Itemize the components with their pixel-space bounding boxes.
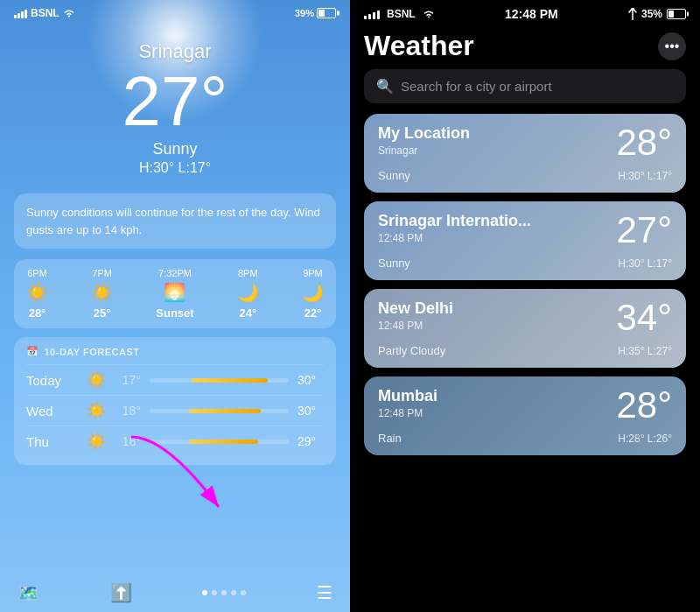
temp-bar-fill-1 — [189, 409, 262, 413]
wifi-icon-right — [423, 10, 435, 18]
right-panel: BSNL 12:48 PM 35% Weather ••• 🔍 Search — [350, 0, 700, 612]
location-info-2: New Delhi 12:48 PM — [378, 299, 453, 332]
temp-bar-1 — [150, 409, 289, 413]
location-card-bottom-2: Partly Cloudy H:35° L:27° — [378, 344, 672, 357]
temp-bar-2 — [150, 440, 289, 444]
location-card-bottom-1: Sunny H:30° L:17° — [378, 257, 672, 270]
hour-icon-2: 🌅 — [164, 282, 186, 303]
location-temp-1: 27° — [616, 212, 672, 249]
forecast-high-2: 29° — [298, 434, 324, 448]
battery-percent-left: 39% — [295, 8, 314, 18]
location-hilo-2: H:35° L:27° — [618, 345, 672, 357]
location-hilo-1: H:30° L:17° — [618, 257, 672, 270]
signal-icon-right — [364, 9, 380, 19]
forecast-icon-0: ☀️ — [83, 370, 109, 390]
hour-icon-0: ☀️ — [26, 282, 48, 303]
forecast-low-2: 18° — [115, 434, 141, 448]
location-info-0: My Location Srinagar — [378, 124, 470, 157]
battery-left: 39% — [295, 8, 336, 18]
location-condition-3: Rain — [378, 432, 402, 445]
status-bar-right: BSNL 12:48 PM 35% — [350, 0, 700, 25]
location-temp-2: 34° — [616, 299, 672, 336]
forecast-temps-1: 18° 30° — [115, 404, 324, 418]
temp-bar-0 — [150, 378, 289, 383]
location-card-bottom-3: Rain H:28° L:26° — [378, 432, 672, 445]
hourly-scroll[interactable]: 6PM ☀️ 28° 7PM ☀️ 25° 7:32PM 🌅 Sunset 8P… — [14, 259, 336, 328]
more-icon: ••• — [665, 39, 680, 54]
temp-bar-fill-2 — [189, 440, 259, 444]
condition-left: Sunny — [152, 140, 197, 158]
dot-1 — [212, 590, 217, 595]
hour-label-2: 7:32PM — [158, 268, 192, 278]
location-card-content-1: Srinagar Internatio... 12:48 PM 27° — [378, 212, 672, 249]
temperature-left: 27° — [122, 67, 228, 137]
forecast-header: 📅 10-DAY FORECAST — [26, 346, 324, 357]
city-name-left: Srinagar — [138, 40, 211, 63]
hour-item-2: 7:32PM 🌅 Sunset — [156, 268, 193, 320]
forecast-icon-2: ☀️ — [83, 432, 109, 451]
search-placeholder: Search for a city or airport — [401, 79, 552, 94]
svg-point-0 — [68, 16, 70, 18]
left-panel: BSNL 39% Srinagar 27° Sunny H:30° L:17° … — [0, 0, 350, 612]
search-bar[interactable]: 🔍 Search for a city or airport — [364, 69, 686, 103]
hour-item-0: 6PM ☀️ 28° — [26, 268, 48, 320]
hour-icon-1: ☀️ — [91, 282, 113, 303]
hi-lo-left: H:30° L:17° — [139, 160, 211, 176]
hour-label-3: 8PM — [238, 268, 258, 278]
forecast-temps-0: 17° 30° — [115, 373, 324, 387]
temp-bar-fill-0 — [192, 378, 268, 383]
hour-temp-1: 25° — [94, 306, 111, 320]
location-temp-0: 28° — [616, 124, 672, 161]
location-name-1: Srinagar Internatio... — [378, 212, 531, 230]
locations-list[interactable]: My Location Srinagar 28° Sunny H:30° L:1… — [350, 114, 700, 612]
forecast-high-1: 30° — [298, 404, 324, 418]
weather-description: Sunny conditions will continue for the r… — [14, 193, 336, 249]
location-card-content-2: New Delhi 12:48 PM 34° — [378, 299, 672, 336]
location-name-0: My Location — [378, 124, 470, 143]
location-card-bottom-0: Sunny H:30° L:17° — [378, 169, 672, 182]
location-hilo-0: H:30° L:17° — [618, 170, 672, 182]
weather-main: Srinagar 27° Sunny H:30° L:17° — [0, 23, 350, 176]
status-bar-left: BSNL 39% — [0, 0, 350, 23]
hour-item-4: 9PM 🌙 22° — [302, 268, 324, 320]
more-button[interactable]: ••• — [658, 32, 686, 60]
battery-fill-right — [668, 11, 674, 18]
forecast-row-today: Today ☀️ 17° 30° — [26, 364, 324, 395]
location-name-3: Mumbai — [378, 387, 438, 405]
location-icon-right — [628, 8, 637, 20]
right-header: Weather ••• — [350, 25, 700, 69]
forecast-label: 10-DAY FORECAST — [45, 347, 140, 357]
location-subtitle-3: 12:48 PM — [378, 407, 438, 419]
forecast-low-0: 17° — [115, 373, 141, 387]
hour-label-1: 7PM — [92, 268, 112, 278]
map-icon[interactable]: 🗺️ — [18, 582, 39, 603]
forecast-temps-2: 18° 29° — [115, 434, 324, 448]
location-subtitle-1: 12:48 PM — [378, 232, 531, 244]
forecast-row-thu: Thu ☀️ 18° 29° — [26, 426, 324, 456]
left-status-icons: BSNL — [14, 7, 75, 19]
search-icon: 🔍 — [376, 78, 394, 95]
location-subtitle-0: Srinagar — [378, 144, 470, 157]
location-temp-3: 28° — [616, 387, 672, 424]
list-icon[interactable]: ☰ — [317, 582, 332, 603]
location-card-content-3: Mumbai 12:48 PM 28° — [378, 387, 672, 424]
location-hilo-3: H:28° L:26° — [618, 433, 672, 445]
location-card-new-delhi[interactable]: New Delhi 12:48 PM 34° Partly Cloudy H:3… — [364, 289, 686, 368]
location-card-mumbai[interactable]: Mumbai 12:48 PM 28° Rain H:28° L:26° — [364, 376, 686, 455]
forecast-day-2: Thu — [26, 434, 83, 449]
location-condition-1: Sunny — [378, 257, 410, 270]
time-right: 12:48 PM — [505, 7, 558, 21]
location-card-srinagar-intl[interactable]: Srinagar Internatio... 12:48 PM 27° Sunn… — [364, 201, 686, 280]
carrier-right: BSNL — [387, 8, 416, 20]
location-info-1: Srinagar Internatio... 12:48 PM — [378, 212, 531, 244]
carrier-left: BSNL — [31, 7, 60, 19]
location-card-my-location[interactable]: My Location Srinagar 28° Sunny H:30° L:1… — [364, 114, 686, 193]
hour-icon-4: 🌙 — [302, 282, 324, 303]
battery-fill-left — [318, 10, 325, 17]
location-icon[interactable]: ⬆️ — [110, 582, 132, 603]
signal-icon — [14, 8, 27, 18]
calendar-icon: 📅 — [26, 346, 39, 357]
location-info-3: Mumbai 12:48 PM — [378, 387, 438, 419]
location-name-2: New Delhi — [378, 299, 453, 318]
wifi-icon-left — [63, 9, 75, 18]
